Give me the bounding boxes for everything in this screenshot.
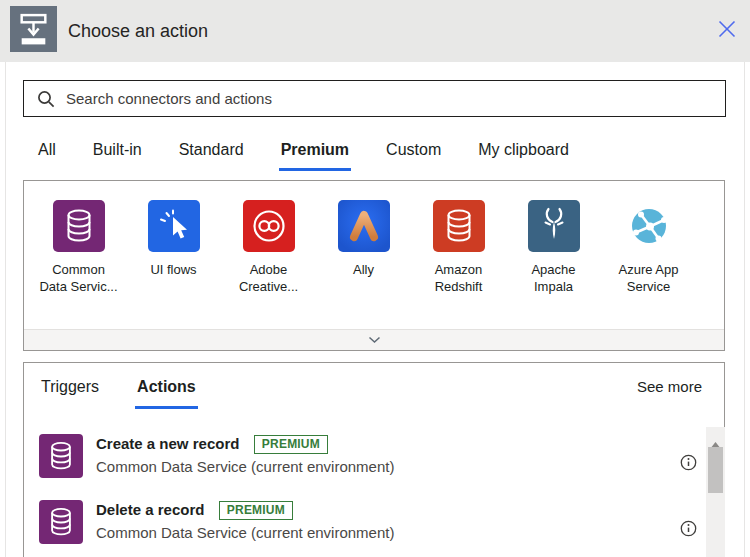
info-icon[interactable]: [680, 454, 697, 471]
connector-tile-ally[interactable]: Ally: [316, 200, 411, 295]
connector-label-line: Apache: [531, 261, 575, 278]
category-tabs: All Built-in Standard Premium Custom My …: [36, 139, 571, 171]
tab-custom[interactable]: Custom: [384, 139, 443, 171]
connector-tile-ui-flows[interactable]: UI flows: [126, 200, 221, 295]
connector-label-line: UI flows: [150, 261, 196, 278]
search-input[interactable]: [66, 90, 725, 107]
tab-triggers[interactable]: Triggers: [39, 376, 101, 409]
connector-tile-azure-app-service[interactable]: Azure App Service: [601, 200, 696, 295]
search-box: [23, 80, 726, 117]
globe-network-icon: [623, 200, 675, 252]
scrollbar-up-arrow[interactable]: [710, 435, 721, 442]
cursor-click-icon: [148, 200, 200, 252]
connector-label-line: Common: [39, 261, 117, 278]
creative-cloud-icon: [243, 200, 295, 252]
connector-label-line: Ally: [353, 261, 374, 278]
action-row-create-a-new-record[interactable]: Create a new record PREMIUM Common Data …: [39, 434, 659, 484]
connector-tile-adobe-creative-cloud[interactable]: Adobe Creative...: [221, 200, 316, 295]
dialog-left-edge: [5, 62, 6, 557]
action-title: Create a new record: [96, 435, 239, 452]
choose-action-dialog: Choose an action All Built-in Standard P…: [0, 0, 750, 557]
database-icon: [433, 200, 485, 252]
action-step-icon: [10, 6, 57, 52]
connector-label-line: Redshift: [435, 278, 483, 295]
see-more-link[interactable]: See more: [637, 378, 702, 395]
action-subtitle: Common Data Service (current environment…: [96, 457, 394, 477]
tab-standard[interactable]: Standard: [177, 139, 246, 171]
database-icon: [39, 434, 83, 478]
tab-actions[interactable]: Actions: [135, 376, 198, 409]
action-title: Delete a record: [96, 501, 204, 518]
connector-label-line: Impala: [531, 278, 575, 295]
tab-my-clipboard[interactable]: My clipboard: [476, 139, 571, 171]
connector-tile-amazon-redshift[interactable]: Amazon Redshift: [411, 200, 506, 295]
chevron-down-icon: [368, 336, 381, 344]
scrollbar-track[interactable]: [706, 427, 725, 557]
tab-premium[interactable]: Premium: [279, 139, 351, 171]
ally-caret-icon: [338, 200, 390, 252]
premium-badge: PREMIUM: [219, 501, 293, 520]
list-tabs: Triggers Actions: [39, 376, 198, 409]
connectors-panel: Common Data Servic... UI flows: [23, 180, 725, 351]
action-row-delete-a-record[interactable]: Delete a record PREMIUM Common Data Serv…: [39, 500, 659, 550]
scrollbar-thumb[interactable]: [708, 447, 723, 493]
connector-label-line: Amazon: [435, 261, 483, 278]
database-icon: [39, 500, 83, 544]
dialog-header: Choose an action: [0, 0, 750, 62]
connector-tiles: Common Data Servic... UI flows: [31, 200, 696, 295]
info-icon[interactable]: [680, 520, 697, 537]
connector-label-line: Azure App: [619, 261, 679, 278]
flow-action-glyph: [17, 11, 50, 48]
collapse-connectors-bar[interactable]: [24, 329, 724, 350]
connector-label-line: Service: [619, 278, 679, 295]
dialog-title: Choose an action: [68, 0, 208, 62]
connector-label-line: Data Servic...: [39, 278, 117, 295]
close-icon[interactable]: [717, 19, 737, 39]
connector-label-line: Adobe: [239, 261, 298, 278]
database-icon: [53, 200, 105, 252]
actions-panel: Triggers Actions See more Create a new r…: [23, 362, 725, 557]
tab-all[interactable]: All: [36, 139, 58, 171]
action-subtitle: Common Data Service (current environment…: [96, 523, 394, 543]
premium-badge: PREMIUM: [254, 435, 328, 454]
tab-built-in[interactable]: Built-in: [91, 139, 144, 171]
connector-tile-common-data-service[interactable]: Common Data Servic...: [31, 200, 126, 295]
dialog-right-edge: [744, 62, 745, 557]
connector-label-line: Creative...: [239, 278, 298, 295]
impala-icon: [528, 200, 580, 252]
connector-tile-apache-impala[interactable]: Apache Impala: [506, 200, 601, 295]
search-icon: [36, 89, 56, 109]
